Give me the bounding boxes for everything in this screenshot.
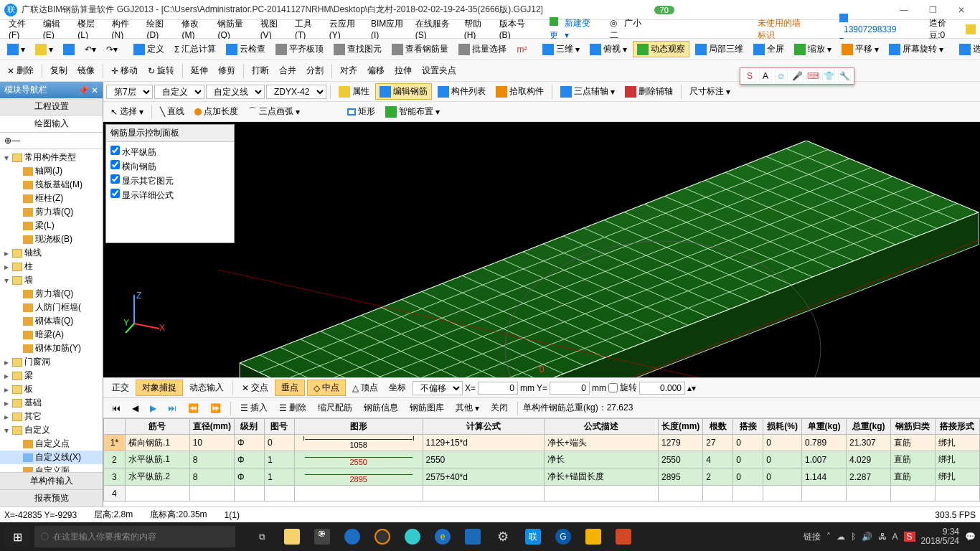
rebar-table[interactable]: 筋号直径(mm)级别图号图形计算公式公式描述长度(mm)根数搭接损耗(%)单重(… <box>103 418 980 507</box>
osnap-toggle[interactable]: 对象捕捉 <box>136 380 183 396</box>
ime-mic-icon[interactable]: 🎤 <box>791 70 804 82</box>
edit-rebar-button[interactable]: 编辑钢筋 <box>375 83 432 100</box>
y-input[interactable] <box>550 382 590 395</box>
menu-cloud[interactable]: 云应用(Y) <box>325 17 364 42</box>
cloud-check-button[interactable]: 云检查 <box>222 41 270 57</box>
tree-leaf[interactable]: 砌体加筋(Y) <box>0 342 103 355</box>
trim-button[interactable]: 修剪 <box>214 62 240 79</box>
tree-leaf[interactable]: 剪力墙(Q) <box>0 205 103 219</box>
dimension-button[interactable]: 尺寸标注▾ <box>685 83 735 100</box>
undo-button[interactable]: ↶▾ <box>80 42 100 57</box>
tree-leaf[interactable]: 自定义点 <box>0 437 103 451</box>
nav-tree[interactable]: ▾常用构件类型轴网(J)筏板基础(M)框柱(Z)剪力墙(Q)梁(L)现浇板(B)… <box>0 149 103 472</box>
app-settings[interactable]: ⚙ <box>489 526 517 547</box>
tree-node[interactable]: ▾自定义 <box>0 423 103 437</box>
tree-leaf[interactable]: 自定义面 <box>0 464 103 472</box>
find-elem-button[interactable]: 查找图元 <box>329 41 386 57</box>
ime-smile-icon[interactable]: ☺ <box>775 70 788 82</box>
sum-calc-button[interactable]: Σ 汇总计算 <box>170 41 220 57</box>
taskbar-search[interactable]: 〇 在这里输入你要搜索的内容 <box>34 526 235 547</box>
select-tool-button[interactable]: ↖ 选择 ▾ <box>106 103 148 120</box>
app-sync[interactable]: ֍ <box>308 526 336 547</box>
tray-lang-a[interactable]: A <box>892 532 898 542</box>
tray-clock[interactable]: 9:342018/5/24 <box>921 527 959 546</box>
arc3p-button[interactable]: ⌒ 三点画弧 ▾ <box>244 103 304 120</box>
merge-button[interactable]: 合并 <box>275 62 301 79</box>
tray-notifications-icon[interactable]: 💬 <box>965 532 976 542</box>
tree-leaf[interactable]: 现浇板(B) <box>0 232 103 246</box>
tree-expand-icon[interactable]: ⊕— <box>4 136 20 146</box>
redo-button[interactable]: ↷▾ <box>102 42 122 57</box>
snap-coord[interactable]: 坐标 <box>385 380 410 396</box>
tree-node[interactable]: ▸梁 <box>0 369 103 382</box>
ortho-toggle[interactable]: 正交 <box>108 380 133 396</box>
menu-draw[interactable]: 绘图(D) <box>142 17 174 42</box>
tree-leaf[interactable]: 暗梁(A) <box>0 328 103 342</box>
tree-node[interactable]: ▸其它 <box>0 410 103 423</box>
rotate-toggle[interactable] <box>608 383 618 392</box>
record-next[interactable]: ⏩ <box>206 401 225 415</box>
define-button[interactable]: 定义 <box>129 41 169 57</box>
offset-mode-combo[interactable]: 不偏移 <box>413 381 463 395</box>
lock-icon[interactable] <box>966 24 976 34</box>
tree-node[interactable]: ▸门窗洞 <box>0 355 103 369</box>
tree-leaf[interactable]: 轴网(J) <box>0 164 103 178</box>
tree-node[interactable]: ▾墙 <box>0 273 103 287</box>
tree-leaf[interactable]: 筏板基础(M) <box>0 178 103 192</box>
record-prev[interactable]: ⏪ <box>184 401 203 415</box>
app-edge2[interactable] <box>399 526 426 547</box>
screen-rotate-button[interactable]: 屏幕旋转▾ <box>885 41 948 57</box>
select-floor-button[interactable]: 选择楼层 <box>955 41 980 57</box>
maximize-button[interactable]: ❐ <box>918 5 947 15</box>
nav-tab-project[interactable]: 工程设置 <box>0 98 103 116</box>
menu-file[interactable]: 文件(F) <box>4 17 36 42</box>
tree-leaf[interactable]: 框柱(Z) <box>0 192 103 205</box>
fullscreen-button[interactable]: 全屏 <box>749 41 788 57</box>
tree-leaf[interactable]: 砌体墙(Q) <box>0 314 103 328</box>
nav-tab-report[interactable]: 报表预览 <box>0 489 103 507</box>
menu-view[interactable]: 视图(V) <box>256 17 288 42</box>
menu-floor[interactable]: 楼层(L) <box>73 17 104 42</box>
menu-bim[interactable]: BIM应用(I) <box>367 17 408 42</box>
grip-button[interactable]: 设置夹点 <box>418 62 461 79</box>
top-view-button[interactable]: 俯视▾ <box>585 41 631 57</box>
new-button[interactable]: ▾ <box>3 42 29 57</box>
ime-a-icon[interactable]: A <box>759 70 772 82</box>
nav-tab-draw[interactable]: 绘图输入 <box>0 116 103 133</box>
stretch-button[interactable]: 拉伸 <box>390 62 416 79</box>
tree-node[interactable]: ▸轴线 <box>0 246 103 260</box>
app-notes[interactable] <box>580 526 607 547</box>
tree-node[interactable]: ▸柱 <box>0 260 103 273</box>
ime-kbd-icon[interactable]: ⌨ <box>806 70 819 82</box>
menu-tools[interactable]: 工具(T) <box>291 17 322 42</box>
close-button[interactable]: ✕ <box>947 5 976 15</box>
rotate-button[interactable]: ↻ 旋转 <box>143 62 179 79</box>
component-list-button[interactable]: 构件列表 <box>433 83 490 100</box>
rect-tool-button[interactable]: 矩形 <box>343 103 380 120</box>
snap-cross[interactable]: ✕ 交点 <box>237 380 273 396</box>
tray-bluetooth-icon[interactable]: ᛒ <box>851 532 856 542</box>
nav-tab-single[interactable]: 单构件输入 <box>0 472 103 489</box>
mirror-button[interactable]: 镜像 <box>73 62 99 79</box>
menu-online[interactable]: 在线服务(S) <box>411 17 457 42</box>
view-rebar-button[interactable]: 查看钢筋量 <box>387 41 453 57</box>
category-combo[interactable]: 自定义 <box>154 85 204 99</box>
menu-modify[interactable]: 修改(M) <box>177 17 210 42</box>
opt-show-formula[interactable]: 显示详细公式 <box>110 188 230 202</box>
menu-help[interactable]: 帮助(H) <box>460 17 492 42</box>
open-button[interactable]: ▾ <box>31 42 57 57</box>
floor-combo[interactable]: 第7层 <box>106 85 153 99</box>
tree-leaf[interactable]: 自定义线(X) <box>0 451 103 464</box>
other-button[interactable]: 其他▾ <box>451 400 484 416</box>
tree-node[interactable]: ▾常用构件类型 <box>0 151 103 164</box>
save-button[interactable] <box>59 42 79 57</box>
app-ie[interactable]: e <box>429 526 456 547</box>
tree-node[interactable]: ▸板 <box>0 382 103 396</box>
ime-tool-icon[interactable]: 🔧 <box>838 70 851 82</box>
tray-network-icon[interactable]: 🖧 <box>878 532 887 542</box>
break-button[interactable]: 打断 <box>248 62 273 79</box>
zoom-button[interactable]: 缩放▾ <box>790 41 836 57</box>
align-button[interactable]: 对齐 <box>336 62 362 79</box>
pick-component-button[interactable]: 拾取构件 <box>491 83 548 100</box>
orbit-button[interactable]: 动态观察 <box>633 41 689 57</box>
